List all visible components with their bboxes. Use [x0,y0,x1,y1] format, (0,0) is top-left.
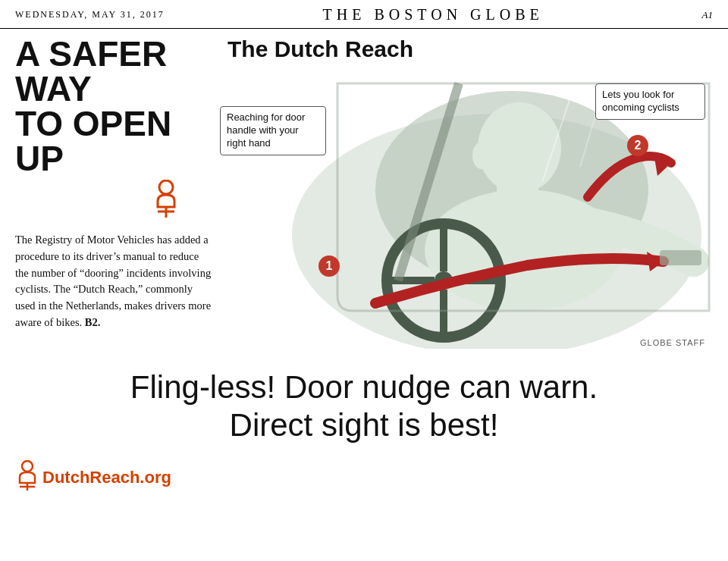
headline-line2: TO OPEN UP [15,106,212,176]
tagline-line2: Direct sight is best! [0,406,728,444]
logo-text: DutchReach.org [42,468,171,487]
callout-cyclists: Lets you look for oncoming cyclists [595,83,705,120]
header-date: Wednesday, May 31, 2017 [15,9,165,20]
svg-point-6 [472,142,491,169]
article-body-suffix: B2. [82,316,100,328]
article-body: The Registry of Motor Vehicles has added… [15,232,212,331]
callout-reach-text: Reaching for door handle with your right… [227,111,305,149]
step2-circle: 2 [627,135,648,156]
header-title: The Boston Globe [323,6,544,24]
footer: DutchReach.org [0,453,728,503]
infographic-area: Reaching for door handle with your right… [220,68,713,349]
left-column: A SAFER WAY TO OPEN UP The Registry of M… [15,36,220,355]
bottom-section: Fling-less! Door nudge can warn. Direct … [0,355,728,453]
step1-label: 1 [326,259,333,273]
infographic-title: The Dutch Reach [228,36,713,62]
newspaper-header: Wednesday, May 31, 2017 The Boston Globe… [0,0,728,29]
globe-staff-credit: GLOBE STAFF [640,338,705,347]
right-column: The Dutch Reach [220,36,713,355]
dutch-reach-logo[interactable]: DutchReach.org [15,460,171,496]
tagline: Fling-less! Door nudge can warn. Direct … [0,368,728,445]
svg-point-20 [22,461,33,472]
tagline-line1: Fling-less! Door nudge can warn. [0,368,728,406]
svg-point-8 [425,190,622,311]
header-page: A1 [702,9,713,21]
svg-rect-17 [660,250,701,265]
logo-person-icon [15,460,39,496]
step2-label: 2 [635,139,642,152]
person-icon [152,180,212,226]
headline-line1: A SAFER WAY [15,36,212,106]
svg-point-0 [159,180,173,194]
step1-circle: 1 [318,255,340,277]
article-headline: A SAFER WAY TO OPEN UP [15,36,212,176]
article-body-text: The Registry of Motor Vehicles has added… [15,233,211,328]
callout-cyclists-text: Lets you look for oncoming cyclists [602,89,679,113]
main-content: A SAFER WAY TO OPEN UP The Registry of M… [0,29,728,355]
svg-point-5 [478,102,561,193]
callout-reach: Reaching for door handle with your right… [220,106,326,155]
